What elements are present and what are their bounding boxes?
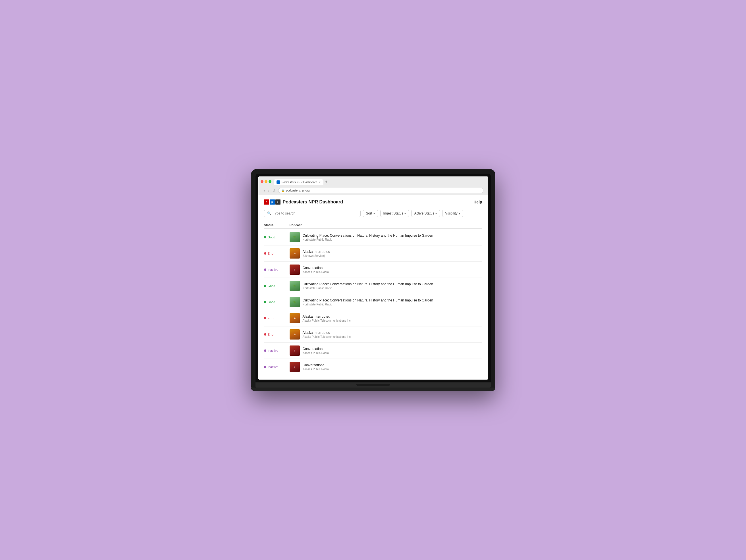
browser-chrome: Podcasters NPR Dashboard × + ‹ › ↺ 🔒 p <box>258 176 488 195</box>
col-header-status: Status <box>264 223 290 227</box>
close-button[interactable] <box>261 180 263 183</box>
podcast-cell: 🏔 Alaska Interrupted Alaska Public Telec… <box>290 329 482 340</box>
podcast-cell: 🏔 Alaska Interrupted Alaska Public Telec… <box>290 313 482 323</box>
podcast-thumbnail: 🏔 <box>290 329 300 340</box>
visibility-chevron-icon: ▾ <box>459 212 460 215</box>
search-box: 🔍 <box>264 210 361 217</box>
minimize-button[interactable] <box>265 180 267 183</box>
active-status-dropdown[interactable]: Active Status ▾ <box>411 210 440 217</box>
table-row[interactable]: Inactive 🎙 Conversations Kansas Public R… <box>264 343 482 359</box>
status-dot-icon <box>264 285 266 287</box>
podcast-info: Alaska Interrupted [Uknown Service] <box>303 250 330 258</box>
podcast-org: Kansas Public Radio <box>303 351 329 355</box>
npr-r-block: r <box>276 200 281 205</box>
refresh-button[interactable]: ↺ <box>271 188 277 193</box>
table-row[interactable]: Inactive 🎙 Conversations Kansas Public R… <box>264 262 482 278</box>
sort-dropdown[interactable]: Sort ▾ <box>363 210 378 217</box>
active-chevron-icon: ▾ <box>435 212 437 215</box>
status-label: Good <box>268 284 276 288</box>
podcast-cell: 🎙 Conversations Kansas Public Radio <box>290 265 482 275</box>
podcast-name: Alaska Interrupted <box>303 250 330 254</box>
status-dot-icon <box>264 236 266 238</box>
podcast-name: Alaska Interrupted <box>303 331 351 335</box>
podcast-org: [Uknown Service] <box>303 254 330 258</box>
laptop-hinge <box>356 384 390 386</box>
status-label: Error <box>268 333 275 336</box>
table-row[interactable]: Inactive 🎙 Conversations Kansas Public R… <box>264 359 482 375</box>
sort-chevron-icon: ▾ <box>373 212 375 215</box>
address-bar[interactable]: 🔒 podcasters.npr.org <box>278 188 483 193</box>
table-row[interactable]: Error 🏔 Alaska Interrupted Alaska Public… <box>264 326 482 343</box>
status-cell: Inactive <box>264 349 290 352</box>
status-label: Inactive <box>268 365 279 369</box>
ingest-status-dropdown[interactable]: Ingest Status ▾ <box>380 210 409 217</box>
tab-bar: Podcasters NPR Dashboard × + <box>274 178 329 185</box>
forward-button[interactable]: › <box>267 188 270 193</box>
table-header: Status Podcast <box>264 222 482 229</box>
podcast-info: Conversations Kansas Public Radio <box>303 363 329 371</box>
podcast-name: Conversations <box>303 347 329 351</box>
podcast-org: Northstate Public Radio <box>303 238 433 241</box>
podcast-org: Kansas Public Radio <box>303 367 329 371</box>
search-input[interactable] <box>273 211 357 215</box>
ingest-status-label: Ingest Status <box>383 211 403 215</box>
status-label: Error <box>268 252 275 255</box>
status-cell: Inactive <box>264 365 290 369</box>
podcast-cell: 🎙 Conversations Kansas Public Radio <box>290 362 482 372</box>
address-bar-row: ‹ › ↺ 🔒 podcasters.npr.org <box>261 187 486 195</box>
table-row[interactable]: Good 🌿 Cultivating Place: Conversations … <box>264 294 482 310</box>
status-cell: Error <box>264 252 290 255</box>
tab-close-icon[interactable]: × <box>319 181 321 184</box>
status-cell: Good <box>264 236 290 239</box>
table-row[interactable]: Good 🌿 Cultivating Place: Conversations … <box>264 229 482 245</box>
podcast-table: Status Podcast Good 🌿 Cultivating Place:… <box>264 222 482 375</box>
podcast-name: Alaska Interrupted <box>303 315 351 319</box>
back-button[interactable]: ‹ <box>263 188 266 193</box>
visibility-dropdown[interactable]: Visibility ▾ <box>442 210 463 217</box>
traffic-lights <box>261 180 271 183</box>
app-title: Podcasters NPR Dashboard <box>283 200 343 205</box>
new-tab-button[interactable]: + <box>324 178 328 185</box>
status-cell: Error <box>264 317 290 320</box>
table-row[interactable]: Error 🏔 Alaska Interrupted Alaska Public… <box>264 310 482 326</box>
col-header-podcast: Podcast <box>290 223 482 227</box>
help-link[interactable]: Help <box>474 200 482 204</box>
laptop-frame: Podcasters NPR Dashboard × + ‹ › ↺ 🔒 p <box>251 169 495 391</box>
laptop-base <box>256 382 491 387</box>
status-dot-icon <box>264 333 266 335</box>
app-logo: n p r Podcasters NPR Dashboard <box>264 200 343 205</box>
app-header: n p r Podcasters NPR Dashboard Help <box>264 200 482 205</box>
lock-icon: 🔒 <box>281 189 285 192</box>
active-tab[interactable]: Podcasters NPR Dashboard × <box>274 179 323 185</box>
status-cell: Good <box>264 284 290 288</box>
podcast-thumbnail: 🎙 <box>290 346 300 356</box>
podcast-cell: 🌿 Cultivating Place: Conversations on Na… <box>290 232 482 242</box>
visibility-label: Visibility <box>445 211 458 215</box>
podcast-cell: 🎙 Conversations Kansas Public Radio <box>290 346 482 356</box>
podcast-thumbnail: 🏔 <box>290 248 300 259</box>
sort-label: Sort <box>366 211 372 215</box>
podcast-info: Conversations Kansas Public Radio <box>303 266 329 274</box>
status-dot-icon <box>264 366 266 368</box>
fullscreen-button[interactable] <box>268 180 271 183</box>
status-cell: Inactive <box>264 268 290 271</box>
podcast-name: Conversations <box>303 363 329 367</box>
tab-favicon <box>277 180 280 184</box>
table-row[interactable]: Error 🏔 Alaska Interrupted [Uknown Servi… <box>264 245 482 262</box>
search-icon: 🔍 <box>267 211 271 215</box>
url-text: podcasters.npr.org <box>286 189 310 192</box>
status-dot-icon <box>264 252 266 255</box>
podcast-info: Alaska Interrupted Alaska Public Telecom… <box>303 331 351 338</box>
status-label: Good <box>268 300 276 304</box>
status-cell: Good <box>264 300 290 304</box>
table-row[interactable]: Good 🌿 Cultivating Place: Conversations … <box>264 278 482 294</box>
status-dot-icon <box>264 350 266 352</box>
podcast-org: Kansas Public Radio <box>303 270 329 274</box>
podcast-info: Alaska Interrupted Alaska Public Telecom… <box>303 315 351 322</box>
podcast-org: Alaska Public Telecommunications Inc. <box>303 319 351 322</box>
podcast-thumbnail: 🎙 <box>290 362 300 372</box>
podcast-name: Conversations <box>303 266 329 270</box>
podcast-info: Cultivating Place: Conversations on Natu… <box>303 282 433 290</box>
podcast-cell: 🌿 Cultivating Place: Conversations on Na… <box>290 281 482 291</box>
status-label: Inactive <box>268 349 279 352</box>
